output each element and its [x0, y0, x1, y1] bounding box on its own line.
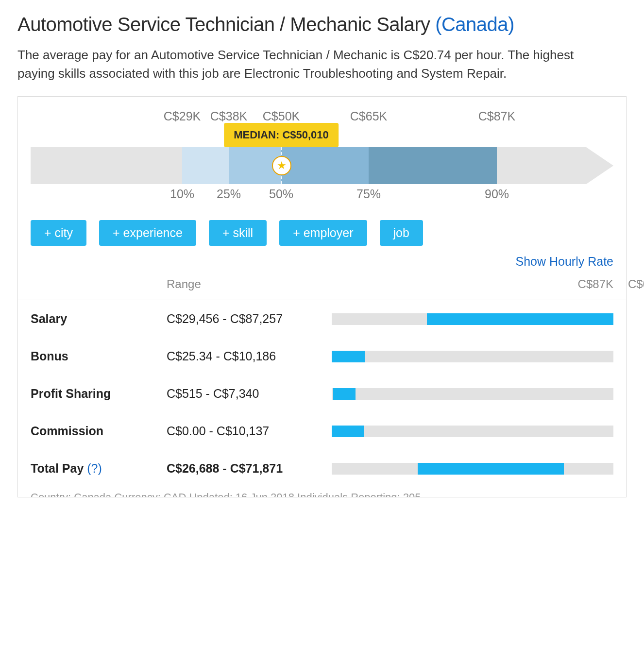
range-row: Bonus C$25.34 - C$10,186 — [18, 338, 626, 375]
footer-metadata: Country: Canada Currency: CAD Updated: 1… — [31, 487, 613, 497]
star-icon: ★ — [272, 156, 291, 175]
range-row-label: Bonus — [31, 349, 167, 363]
help-icon[interactable]: (?) — [87, 461, 102, 475]
range-row-label: Total Pay (?) — [31, 461, 167, 476]
filter-bar: + city+ experience+ skill+ employerjob — [31, 220, 613, 246]
percentile-value-label: C$38K — [210, 109, 247, 123]
range-row-label: Profit Sharing — [31, 387, 167, 401]
range-row-label: Salary — [31, 312, 167, 326]
axis-max-label: C$87K — [578, 277, 613, 291]
range-bar-track — [332, 426, 613, 437]
show-hourly-link[interactable]: Show Hourly Rate — [31, 255, 613, 269]
title-text: Automotive Service Technician / Mechanic… — [17, 14, 435, 35]
median-badge: MEDIAN: C$50,010 — [224, 123, 339, 147]
axis-min-label: C$0 — [628, 277, 644, 291]
percentile-tick-label: 75% — [356, 187, 381, 201]
range-row-text: C$26,688 - C$71,871 — [167, 461, 332, 476]
range-row: Salary C$29,456 - C$87,257 — [18, 300, 626, 338]
range-row: Profit Sharing C$515 - C$7,340 — [18, 375, 626, 412]
salary-panel: C$29KC$38KC$50KC$65KC$87K MEDIAN: C$50,0… — [17, 96, 627, 497]
percentile-value-label: C$50K — [263, 109, 300, 123]
range-bar-track — [332, 351, 613, 362]
range-row: Total Pay (?)C$26,688 - C$71,871 — [18, 450, 626, 487]
range-bar-track — [332, 388, 613, 400]
filter-button[interactable]: + experience — [99, 220, 196, 246]
range-row-text: C$25.34 - C$10,186 — [167, 349, 332, 363]
median-marker: ★ — [281, 147, 282, 184]
percentile-tick-label: 50% — [269, 187, 293, 201]
percentile-segment — [369, 147, 497, 184]
range-table-header: Range C$0 C$87K — [31, 273, 613, 300]
range-bar-fill — [427, 313, 613, 325]
title-location-link[interactable]: (Canada) — [435, 14, 514, 35]
percentile-value-label: C$65K — [350, 109, 387, 123]
range-row-text: C$0.00 - C$10,137 — [167, 424, 332, 438]
range-row-text: C$515 - C$7,340 — [167, 387, 332, 401]
range-row-text: C$29,456 - C$87,257 — [167, 312, 332, 326]
range-bar-fill — [418, 463, 563, 475]
filter-button[interactable]: + city — [31, 220, 86, 246]
percentile-value-label: C$87K — [478, 109, 515, 123]
filter-button[interactable]: job — [380, 220, 423, 246]
arrow-head-icon — [586, 147, 613, 184]
percentile-segment — [182, 147, 229, 184]
range-bar-track — [332, 463, 613, 475]
range-table-body: Salary C$29,456 - C$87,257Bonus C$25.34 … — [18, 300, 626, 487]
percentile-chart: C$29KC$38KC$50KC$65KC$87K MEDIAN: C$50,0… — [31, 109, 613, 204]
range-row: Commission C$0.00 - C$10,137 — [18, 412, 626, 450]
filter-button[interactable]: + employer — [279, 220, 367, 246]
filter-button[interactable]: + skill — [209, 220, 267, 246]
percentile-segment — [281, 147, 369, 184]
percentile-tick-label: 25% — [217, 187, 241, 201]
range-bar-fill — [332, 426, 364, 437]
range-row-label: Commission — [31, 424, 167, 438]
percentile-value-label: C$29K — [164, 109, 201, 123]
range-column-label: Range — [167, 277, 332, 291]
percentile-tick-label: 90% — [485, 187, 509, 201]
range-bar-fill — [333, 388, 355, 400]
range-bar-fill — [332, 351, 365, 362]
page-title: Automotive Service Technician / Mechanic… — [17, 14, 627, 35]
percentile-percent-labels: 10%25%50%75%90% — [31, 187, 613, 204]
percentile-arrow: ★ — [31, 147, 613, 184]
summary-text: The average pay for an Automotive Servic… — [17, 46, 600, 83]
range-bar-track — [332, 313, 613, 325]
percentile-tick-label: 10% — [170, 187, 194, 201]
